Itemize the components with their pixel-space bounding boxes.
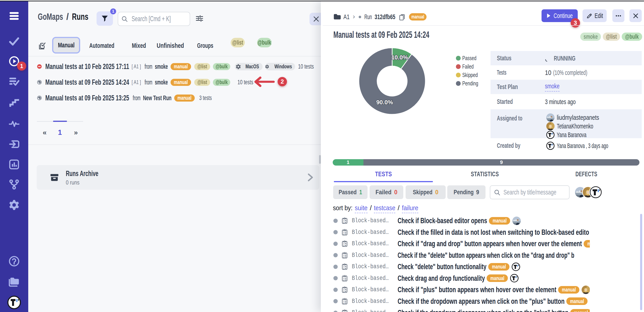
tab-manual[interactable]: Manual (52, 37, 80, 54)
label-label[interactable]: Passed (338, 188, 356, 196)
tests-search[interactable] (490, 186, 570, 199)
test-suite[interactable]: Block-based… (352, 298, 389, 305)
scrollbar-thumb[interactable] (640, 214, 642, 310)
runs-archive-card[interactable]: Runs Archive 0 runs (37, 165, 319, 190)
tag-filter-bulk[interactable]: @bulk (257, 38, 272, 47)
label-label[interactable]: Mixed (132, 42, 146, 49)
search-input[interactable] (132, 15, 188, 23)
label-label[interactable]: Automated (89, 42, 114, 49)
filter-passed[interactable]: Passed1 (333, 186, 368, 199)
tab-tests[interactable]: TESTS (372, 170, 394, 178)
opt1-label[interactable]: suite (355, 204, 368, 212)
test-title[interactable]: Check if the filled in data is not lost … (398, 228, 589, 236)
run-row[interactable]: Manual tests at 09 Feb 2025 14:24 [ A1 ]… (37, 78, 253, 87)
test-title[interactable]: Check if the "delete" button appears whe… (398, 251, 574, 260)
run-title[interactable]: Manual tests at 09 Feb 2025 14:24 (45, 78, 129, 86)
label-label[interactable]: Pending (454, 188, 474, 196)
sort-by-suite[interactable]: suite (355, 204, 368, 213)
test-row[interactable]: 1zBlock-based…Check if the dropdown appe… (334, 296, 590, 306)
run-row[interactable]: Manual tests at 10 Feb 2025 17:11 [ A1 ]… (37, 62, 314, 71)
gear-icon[interactable] (0, 200, 28, 210)
pager-next[interactable]: » (71, 128, 81, 137)
label-label[interactable]: Unfinished (157, 42, 184, 49)
label-label[interactable]: DEFECTS (576, 170, 597, 178)
test-suite[interactable]: Block-based… (352, 240, 389, 247)
run-title[interactable]: Manual tests at 10 Feb 2025 17:11 (45, 62, 129, 71)
tests-search-input[interactable] (504, 188, 579, 196)
test-plans-icon[interactable] (0, 76, 28, 87)
opt2-label[interactable]: testcase (374, 204, 395, 212)
test-suite[interactable]: Block-based… (352, 229, 389, 236)
tab-statistics[interactable]: STATISTICS (466, 170, 504, 178)
tab-mixed[interactable]: Mixed (130, 42, 148, 49)
test-suite[interactable]: Block-based… (352, 217, 389, 224)
test-suite[interactable]: Block-based… (352, 252, 389, 259)
test-row[interactable]: 1zBlock-based…Check drag and drop functi… (334, 273, 590, 284)
tag-filter-list[interactable]: @list (231, 38, 245, 47)
test-suite[interactable]: Block-based… (352, 309, 389, 312)
run-title[interactable]: Manual tests at 09 Feb 2025 13:25 (45, 94, 129, 102)
filter-failed[interactable]: Failed0 (370, 186, 403, 199)
test-title[interactable]: Check if "plus" button appears when hove… (398, 285, 556, 294)
label-label[interactable]: Skipped (413, 188, 432, 196)
test-title[interactable]: Check if the dropdown appears when click… (398, 297, 564, 306)
more-button[interactable] (612, 9, 624, 22)
tab-groups[interactable]: Groups (193, 42, 217, 49)
pulse-icon[interactable] (0, 118, 28, 129)
edit-label[interactable]: Edit (594, 12, 603, 20)
stairs-icon[interactable] (0, 98, 28, 108)
view-settings-button[interactable] (196, 14, 204, 22)
label-label[interactable]: Failed (376, 188, 392, 196)
count-label[interactable]: 9 (476, 188, 479, 196)
label-label[interactable]: Manual (58, 42, 74, 49)
test-row[interactable]: 1zBlock-based…Check if "drag and drop" b… (334, 238, 590, 249)
test-title[interactable]: Check if the dropdown disappears when cl… (398, 308, 568, 312)
import-icon[interactable] (0, 139, 28, 150)
breadcrumb-project[interactable]: GoMaps (38, 12, 63, 22)
edit-button[interactable]: Edit (582, 9, 607, 22)
opt3-label[interactable]: failure (402, 204, 418, 212)
runs-search[interactable] (118, 12, 190, 26)
checks-icon[interactable] (0, 36, 28, 47)
detail-close-button[interactable] (630, 9, 642, 22)
filter-skipped[interactable]: Skipped0 (406, 186, 446, 199)
test-plan-link[interactable]: smoke (545, 82, 560, 92)
test-row[interactable]: 1zBlock-based…Check if the "delete" butt… (334, 250, 590, 260)
continue-label[interactable]: Continue (554, 12, 573, 20)
label-label[interactable]: Groups (197, 42, 213, 49)
sort-by-testcase[interactable]: testcase (374, 204, 395, 213)
user-avatar-logo[interactable] (0, 297, 28, 308)
menu-icon[interactable] (0, 10, 28, 22)
sort-by-failure[interactable]: failure (402, 204, 418, 213)
pager-page-1[interactable]: 1 (55, 128, 65, 137)
reports-icon[interactable] (0, 159, 28, 170)
scrollbar-thumb[interactable] (319, 155, 321, 164)
test-title[interactable]: Check drag and drop functionality (398, 274, 485, 282)
test-row[interactable]: 1zBlock-based…Check if Block-based edito… (334, 216, 590, 226)
breadcrumb-folder[interactable]: A1 (344, 13, 350, 21)
tab-automated[interactable]: Automated (84, 42, 119, 49)
count-label[interactable]: 0 (394, 188, 398, 196)
avatar-yana-logo[interactable] (590, 186, 602, 198)
test-title[interactable]: Check if "drag and drop" button appears … (398, 239, 582, 248)
count-label[interactable]: 1 (359, 188, 362, 196)
copy-icon[interactable] (399, 13, 405, 21)
filter-button[interactable] (96, 12, 113, 26)
test-title[interactable]: Check "delete" button functionality (398, 262, 486, 271)
label-label[interactable]: @bulk (258, 39, 271, 46)
test-row[interactable]: 1zBlock-based…Check if the filled in dat… (334, 227, 590, 238)
plan-value-label[interactable]: smoke (545, 82, 560, 90)
run-row[interactable]: Manual tests at 09 Feb 2025 13:25 fromNe… (37, 93, 212, 102)
count-label[interactable]: 0 (435, 188, 438, 196)
test-row[interactable]: 1zBlock-based…Check "delete" button func… (334, 262, 590, 272)
filter-pending[interactable]: Pending9 (447, 186, 486, 199)
branch-icon[interactable] (0, 179, 28, 190)
pager-prev[interactable]: « (40, 128, 50, 137)
select-runs-button[interactable] (39, 42, 46, 50)
test-row[interactable]: 1zBlock-based…Check if the dropdown disa… (334, 308, 590, 312)
test-title[interactable]: Check if Block-based editor opens (398, 216, 487, 225)
help-icon[interactable] (0, 256, 28, 267)
tab-unfinished[interactable]: Unfinished (153, 42, 188, 49)
test-suite[interactable]: Block-based… (352, 286, 389, 293)
test-suite[interactable]: Block-based… (352, 275, 389, 282)
